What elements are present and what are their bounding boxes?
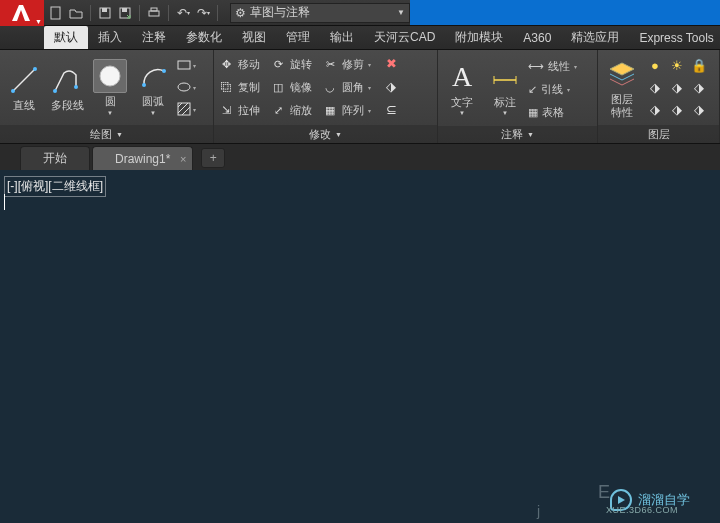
linear-icon: ⟷: [528, 60, 544, 73]
panel-annotation-title[interactable]: 注释▼: [438, 126, 597, 143]
leader-icon: ↙: [528, 83, 537, 96]
svg-point-9: [33, 67, 37, 71]
svg-point-8: [11, 89, 15, 93]
new-drawing-button[interactable]: +: [201, 148, 225, 168]
viewport-label[interactable]: [-][俯视][二维线框]: [4, 176, 106, 197]
layer-misc6-icon[interactable]: ⬗: [689, 99, 709, 119]
explode-icon[interactable]: ⬗: [381, 76, 401, 96]
layer-misc2-icon[interactable]: ⬗: [667, 77, 687, 97]
text-cursor: [4, 194, 5, 210]
workspace-selector[interactable]: ⚙ 草图与注释 ▼: [230, 3, 410, 23]
stretch-icon: ⇲: [218, 102, 234, 118]
table-button[interactable]: ▦表格: [528, 101, 577, 123]
text-button[interactable]: A 文字 ▼: [442, 53, 482, 123]
tab-output[interactable]: 输出: [320, 26, 364, 49]
array-button[interactable]: ▦阵列▾: [322, 99, 371, 121]
svg-point-13: [142, 83, 146, 87]
line-icon: [7, 63, 41, 97]
panel-draw-title[interactable]: 绘图▼: [0, 125, 213, 143]
workspace-label: 草图与注释: [250, 4, 310, 21]
panel-layers: 图层 特性 ●☀🔒 ⬗⬗⬗ ⬗⬗⬗ 图层: [598, 50, 720, 143]
svg-point-11: [74, 85, 78, 89]
svg-rect-2: [102, 8, 107, 12]
arc-icon: [136, 59, 170, 93]
panel-draw: 直线 多段线 圆 ▼ 圆弧 ▼ ▾ ▾: [0, 50, 214, 143]
tab-express[interactable]: Express Tools: [629, 26, 720, 49]
new-icon[interactable]: [48, 5, 64, 21]
dimension-button[interactable]: 标注 ▼: [485, 53, 525, 123]
layer-bulb-icon[interactable]: ●: [645, 55, 665, 75]
svg-point-10: [53, 89, 57, 93]
tab-insert[interactable]: 插入: [88, 26, 132, 49]
layer-properties-button[interactable]: 图层 特性: [602, 53, 642, 122]
linear-dim-button[interactable]: ⟷线性▾: [528, 55, 577, 77]
fillet-button[interactable]: ◡圆角▾: [322, 76, 371, 98]
layer-misc3-icon[interactable]: ⬗: [689, 77, 709, 97]
stretch-button[interactable]: ⇲拉伸: [218, 99, 260, 121]
rotate-icon: ⟳: [270, 56, 286, 72]
plot-icon[interactable]: [146, 5, 162, 21]
saveas-icon[interactable]: [117, 5, 133, 21]
doc-tab-drawing1[interactable]: Drawing1*×: [92, 146, 193, 170]
svg-point-14: [162, 69, 166, 73]
ellipse-icon[interactable]: ▾: [176, 77, 196, 97]
array-icon: ▦: [322, 102, 338, 118]
offset-icon[interactable]: ⊆: [381, 99, 401, 119]
layer-misc4-icon[interactable]: ⬗: [645, 99, 665, 119]
trim-button[interactable]: ✂修剪▾: [322, 53, 371, 75]
arc-button[interactable]: 圆弧 ▼: [133, 53, 173, 122]
move-button[interactable]: ✥移动: [218, 53, 260, 75]
undo-icon[interactable]: ↶▾: [175, 5, 191, 21]
leader-button[interactable]: ↙引线▾: [528, 78, 577, 100]
svg-rect-4: [122, 8, 127, 12]
svg-line-18: [178, 103, 182, 107]
svg-point-12: [100, 66, 120, 86]
svg-rect-5: [149, 11, 159, 16]
drawing-canvas[interactable]: [-][俯视][二维线框] E j 溜溜自学 XUE.3D66.COM: [0, 170, 720, 523]
ribbon-tabs: 默认 插入 注释 参数化 视图 管理 输出 天河云CAD 附加模块 A360 精…: [0, 26, 720, 50]
tab-default[interactable]: 默认: [44, 26, 88, 49]
save-icon[interactable]: [97, 5, 113, 21]
circle-button[interactable]: 圆 ▼: [90, 53, 130, 122]
tab-thcloud[interactable]: 天河云CAD: [364, 26, 445, 49]
rectangle-icon[interactable]: ▾: [176, 55, 196, 75]
tab-manage[interactable]: 管理: [276, 26, 320, 49]
svg-point-16: [178, 83, 190, 91]
tab-parametric[interactable]: 参数化: [176, 26, 232, 49]
copy-icon: ⿻: [218, 79, 234, 95]
rotate-button[interactable]: ⟳旋转: [270, 53, 312, 75]
layer-misc1-icon[interactable]: ⬗: [645, 77, 665, 97]
polyline-icon: [50, 63, 84, 97]
tab-addins[interactable]: 附加模块: [445, 26, 513, 49]
mirror-button[interactable]: ◫镜像: [270, 76, 312, 98]
tab-featured[interactable]: 精选应用: [561, 26, 629, 49]
line-button[interactable]: 直线: [4, 53, 44, 122]
layer-sun-icon[interactable]: ☀: [667, 55, 687, 75]
draw-small-tools: ▾ ▾ ▾: [176, 53, 196, 122]
panel-layers-title[interactable]: 图层: [598, 125, 719, 143]
layer-misc5-icon[interactable]: ⬗: [667, 99, 687, 119]
move-icon: ✥: [218, 56, 234, 72]
watermark: 溜溜自学 XUE.3D66.COM: [610, 489, 690, 511]
app-logo[interactable]: ▼: [0, 0, 44, 26]
tab-view[interactable]: 视图: [232, 26, 276, 49]
close-icon[interactable]: ×: [180, 153, 186, 165]
scale-icon: ⤢: [270, 102, 286, 118]
copy-button[interactable]: ⿻复制: [218, 76, 260, 98]
panel-annotation: A 文字 ▼ 标注 ▼ ⟷线性▾ ↙引线▾ ▦表格 注释▼: [438, 50, 598, 143]
erase-icon[interactable]: ✖: [381, 53, 401, 73]
layer-lock-icon[interactable]: 🔒: [689, 55, 709, 75]
open-icon[interactable]: [68, 5, 84, 21]
scale-button[interactable]: ⤢缩放: [270, 99, 312, 121]
title-bar-blue: [410, 0, 720, 25]
svg-rect-6: [151, 8, 157, 11]
redo-icon[interactable]: ↷▾: [195, 5, 211, 21]
panel-modify-title[interactable]: 修改▼: [214, 125, 437, 143]
tab-a360[interactable]: A360: [513, 26, 561, 49]
mirror-icon: ◫: [270, 79, 286, 95]
panel-modify: ✥移动 ⟳旋转 ✂修剪▾ ✖ ⿻复制 ◫镜像 ◡圆角▾ ⬗ ⇲拉伸 ⤢缩放 ▦阵…: [214, 50, 438, 143]
hatch-icon[interactable]: ▾: [176, 99, 196, 119]
doc-tab-start[interactable]: 开始: [20, 146, 90, 170]
tab-annotate[interactable]: 注释: [132, 26, 176, 49]
polyline-button[interactable]: 多段线: [47, 53, 87, 122]
